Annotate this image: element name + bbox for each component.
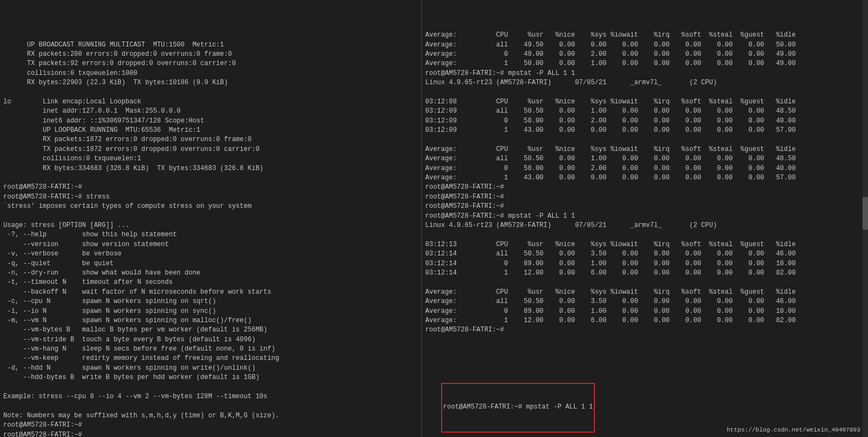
scrollbar-thumb[interactable]	[863, 197, 868, 230]
right-terminal-top: Average: CPU %usr %nice %sys %iowait %ir…	[425, 31, 865, 335]
left-terminal-lines: UP BROADCAST RUNNING MULTICAST MTU:1500 …	[3, 40, 418, 437]
left-terminal-content: UP BROADCAST RUNNING MULTICAST MTU:1500 …	[3, 21, 418, 437]
url-bar: https://blog.csdn.net/weixin_40407893	[727, 426, 860, 435]
right-terminal: Average: CPU %usr %nice %sys %iowait %ir…	[421, 0, 868, 437]
scrollbar-track[interactable]	[863, 0, 868, 437]
highlighted-mpstat-cmd: root@AM5728-FATRI:~# mpstat -P ALL 1 1	[441, 383, 595, 433]
left-terminal: UP BROADCAST RUNNING MULTICAST MTU:1500 …	[0, 0, 421, 437]
mpstat-cmd-text: root@AM5728-FATRI:~# mpstat -P ALL 1 1	[443, 403, 593, 412]
